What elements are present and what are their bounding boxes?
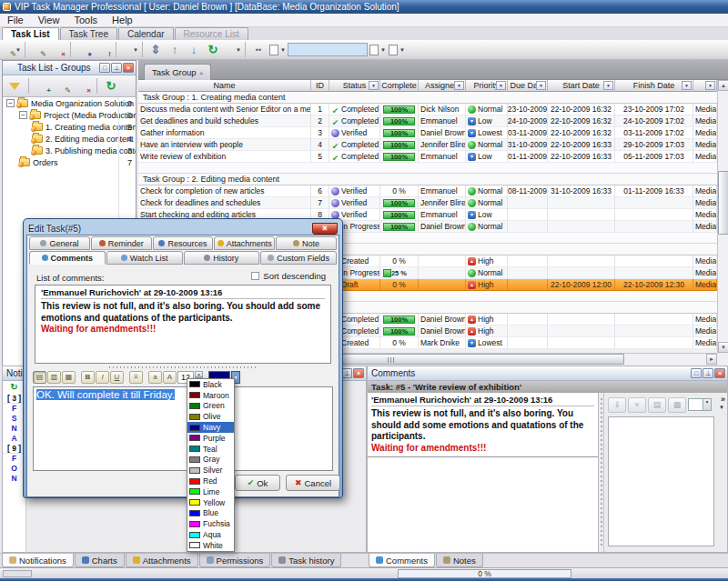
- dialog-tab-general[interactable]: General: [29, 236, 90, 250]
- column-header-assigned[interactable]: Assigned▼: [419, 80, 466, 92]
- dialog-tab-resources[interactable]: Resources: [153, 236, 214, 250]
- comment-item[interactable]: 'Emmanuel Rurichovich' at 29-10-2009 13:…: [368, 393, 598, 457]
- group-by-chip[interactable]: Task Group ▵: [144, 64, 211, 80]
- color-option-black[interactable]: Black: [187, 379, 234, 390]
- filter-dropdown-icon[interactable]: ▼: [705, 81, 715, 90]
- filter-dropdown-icon[interactable]: ▼: [496, 81, 506, 90]
- dialog-tab-attachments[interactable]: Attachments: [214, 236, 275, 250]
- filter-dropdown-icon[interactable]: ▼: [454, 81, 464, 90]
- toolbar-overflow-arrow[interactable]: ▼: [719, 405, 724, 410]
- refresh-button[interactable]: ↻: [204, 41, 222, 58]
- column-header-start-date[interactable]: Start Date▼: [548, 80, 615, 92]
- color-option-olive[interactable]: Olive: [187, 411, 234, 422]
- expand-collapse-button[interactable]: ⇕: [147, 41, 165, 58]
- task-row-have-an-interview-with-people[interactable]: Have an interview with people4Completed1…: [138, 139, 728, 151]
- notify-button[interactable]: ▼: [223, 41, 241, 58]
- panel-pin-button[interactable]: ⊥: [703, 368, 713, 378]
- ok-button[interactable]: ✔ Ok: [235, 475, 280, 491]
- tree-item-2-editing-media-content[interactable]: 2. Editing media content4: [3, 133, 136, 145]
- column-header-due-date[interactable]: Due Date▼: [508, 80, 548, 92]
- dialog-tab-comments[interactable]: Comments: [29, 251, 106, 265]
- panel-minimize-button[interactable]: □: [99, 63, 110, 73]
- group-header-task-group-2-editing-media-content[interactable]: Task Group : 2. Editing media content: [138, 174, 728, 185]
- tab-task-list[interactable]: Task List: [2, 27, 59, 40]
- print-comment-button[interactable]: ▤: [648, 397, 666, 413]
- scroll-right-arrow[interactable]: ►: [706, 354, 717, 365]
- color-option-blue[interactable]: Blue: [187, 508, 234, 519]
- tree-item-project-media-production-w[interactable]: −Project (Media Production W0: [3, 109, 136, 121]
- scroll-down-arrow[interactable]: ▼: [718, 342, 728, 353]
- dialog-titlebar[interactable]: Edit Task(#5) ×: [26, 222, 339, 235]
- sort-descending-control[interactable]: Sort descending: [251, 271, 326, 281]
- task-row-get-deadlines-and-build-schedu[interactable]: Get deadlines and build schedules2Comple…: [138, 115, 728, 127]
- tree-item-media-organization-solution[interactable]: −Media Organization Solution0: [3, 97, 136, 109]
- column-header-media[interactable]: ▼: [693, 80, 717, 92]
- dialog-close-button[interactable]: ×: [312, 223, 338, 235]
- align-left-button[interactable]: ▤: [33, 371, 46, 384]
- color-option-red[interactable]: Red: [187, 476, 234, 486]
- column-header-finish-date[interactable]: Finish Date▼: [615, 80, 693, 92]
- filter-dropdown-icon[interactable]: ▼: [603, 81, 613, 90]
- bottom-tab-comments[interactable]: Comments: [369, 554, 435, 567]
- format-comment-button[interactable]: ▦: [668, 397, 686, 413]
- cancel-button[interactable]: ✖ Cancel: [286, 475, 340, 491]
- move-down-button[interactable]: ↓: [185, 41, 203, 58]
- column-header-name[interactable]: Name: [138, 80, 311, 92]
- complete-task-button[interactable]: !: [94, 41, 112, 58]
- dialog-tab-history[interactable]: History: [184, 251, 260, 265]
- color-option-teal[interactable]: Teal: [187, 444, 234, 455]
- panel-close-button[interactable]: ×: [714, 368, 725, 378]
- quick-note-button[interactable]: ••: [249, 41, 268, 58]
- superscript-button[interactable]: A: [163, 371, 177, 384]
- scroll-up-arrow[interactable]: ▲: [718, 80, 728, 91]
- delete-task-button[interactable]: ×: [48, 41, 66, 58]
- bottom-tab-task-history[interactable]: Task history: [271, 554, 341, 567]
- post-comment-button[interactable]: ⇓: [608, 397, 626, 413]
- move-up-button[interactable]: ↑: [166, 41, 184, 58]
- task-options-button[interactable]: ▼: [120, 41, 138, 58]
- italic-button[interactable]: I: [96, 371, 109, 384]
- color-option-navy[interactable]: Navy: [187, 422, 234, 433]
- delete-group-button[interactable]: ×: [74, 77, 92, 95]
- comment-font-combo[interactable]: ▼: [688, 398, 712, 411]
- menu-view[interactable]: View: [31, 15, 67, 25]
- search-input[interactable]: [288, 43, 368, 56]
- color-option-silver[interactable]: Silver: [187, 465, 234, 476]
- dialog-tab-note[interactable]: Note: [276, 236, 337, 250]
- subscript-button[interactable]: a: [148, 371, 162, 384]
- task-row-check-for-deadlines-and-schedu[interactable]: Check for deadlines and schedules7Verifi…: [138, 197, 728, 209]
- clear-filter-button[interactable]: ▼: [388, 41, 406, 58]
- panel-minimize-button[interactable]: □: [691, 368, 702, 378]
- panel-close-button[interactable]: ×: [353, 368, 364, 378]
- column-header-status[interactable]: Status▼: [329, 80, 380, 92]
- tree-expander-icon[interactable]: −: [6, 99, 15, 107]
- sort-descending-checkbox[interactable]: [251, 272, 259, 280]
- combo-dropdown-icon[interactable]: ▼: [703, 399, 711, 410]
- column-header-complete[interactable]: Complete: [380, 80, 419, 92]
- tree-expander-icon[interactable]: −: [19, 111, 27, 119]
- color-option-fuchsia[interactable]: Fuchsia: [187, 518, 234, 529]
- vertical-scroll-thumb[interactable]: [718, 171, 728, 235]
- assign-task-button[interactable]: ●: [75, 41, 93, 58]
- filter-dropdown-icon[interactable]: ▼: [369, 81, 379, 90]
- bullet-list-button[interactable]: ≡: [129, 371, 143, 384]
- bottom-tab-charts[interactable]: Charts: [75, 554, 125, 567]
- filter-dropdown-icon[interactable]: ▼: [536, 81, 546, 90]
- bottom-tab-permissions[interactable]: Permissions: [199, 554, 271, 567]
- tree-item-orders[interactable]: Orders7: [3, 156, 136, 168]
- filter-dropdown-icon[interactable]: ▼: [682, 81, 692, 90]
- find-button[interactable]: ▼: [369, 41, 387, 58]
- color-option-yellow[interactable]: Yellow: [187, 497, 234, 508]
- new-note-button[interactable]: ▼: [268, 41, 287, 58]
- color-option-lime[interactable]: Lime: [187, 486, 234, 497]
- spin-up-icon[interactable]: ▲: [195, 371, 203, 377]
- new-task-button[interactable]: ✎▼: [3, 41, 21, 58]
- delete-comment-button[interactable]: ×: [628, 397, 646, 413]
- color-option-aqua[interactable]: Aqua: [187, 529, 234, 540]
- task-row-gather-information[interactable]: Gather information3Verified100%Daniel Br…: [138, 127, 728, 139]
- menu-help[interactable]: Help: [105, 15, 140, 25]
- tab-task-tree[interactable]: Task Tree: [60, 27, 117, 40]
- dialog-comments-list[interactable]: 'Emmanuel Rurichovich' at 29-10-2009 13:…: [35, 285, 331, 364]
- color-option-green[interactable]: Green: [187, 401, 234, 412]
- tab-calendar[interactable]: Calendar: [118, 27, 174, 40]
